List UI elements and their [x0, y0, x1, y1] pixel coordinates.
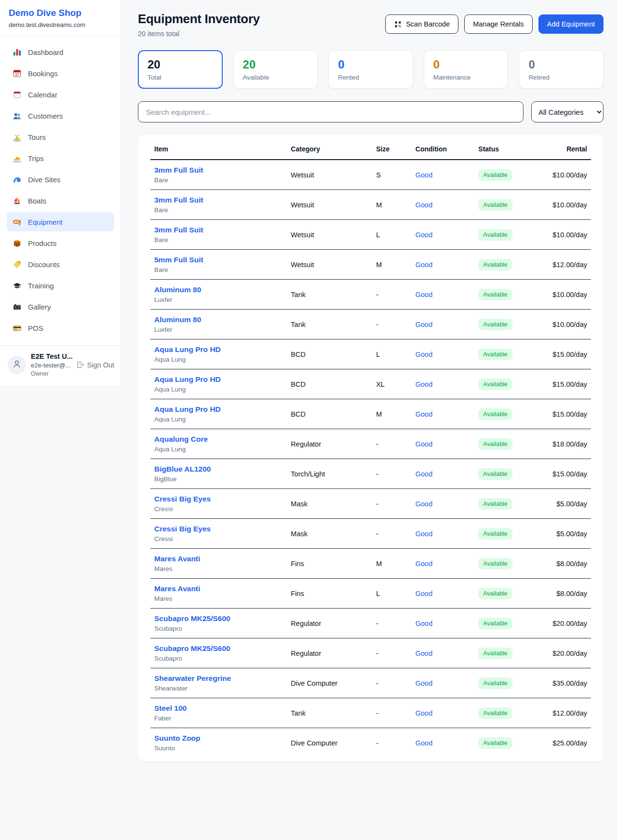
- item-name-link[interactable]: Aqua Lung Pro HD: [154, 405, 283, 414]
- size-cell: -: [372, 609, 412, 638]
- condition-link[interactable]: Good: [416, 440, 432, 448]
- stat-card-retired[interactable]: 0Retired: [519, 50, 604, 89]
- item-name-link[interactable]: 3mm Full Suit: [154, 226, 283, 234]
- sidebar-item-bookings[interactable]: 17Bookings: [7, 64, 114, 83]
- sidebar-item-tours[interactable]: Tours: [7, 127, 114, 147]
- table-row: Shearwater PeregrineShearwaterDive Compu…: [150, 668, 591, 698]
- item-name-link[interactable]: Aqua Lung Pro HD: [154, 345, 283, 354]
- table-row: Aqualung CoreAqua LungRegulator-GoodAvai…: [150, 429, 591, 459]
- item-name-link[interactable]: Cressi Big Eyes: [154, 495, 283, 503]
- category-cell: Dive Computer: [287, 668, 372, 698]
- rental-cell: $35.00/day: [549, 668, 591, 698]
- status-badge: Available: [478, 588, 512, 599]
- search-input[interactable]: [138, 101, 523, 122]
- scan-barcode-button[interactable]: Scan Barcode: [385, 14, 458, 34]
- sidebar-item-dive-sites[interactable]: Dive Sites: [7, 170, 114, 189]
- item-name-link[interactable]: Mares Avanti: [154, 555, 283, 563]
- item-name-link[interactable]: 5mm Full Suit: [154, 256, 283, 264]
- sidebar-item-products[interactable]: Products: [7, 233, 114, 253]
- condition-link[interactable]: Good: [416, 679, 432, 687]
- condition-link[interactable]: Good: [416, 590, 432, 597]
- status-badge: Available: [478, 677, 512, 689]
- avatar: [8, 356, 26, 374]
- header-actions: Scan Barcode Manage Rentals Add Equipmen…: [385, 12, 604, 34]
- condition-link[interactable]: Good: [416, 739, 432, 747]
- rental-cell: $5.00/day: [549, 519, 591, 549]
- category-select[interactable]: All Categories: [531, 101, 604, 122]
- condition-link[interactable]: Good: [416, 709, 432, 717]
- shop-name[interactable]: Demo Dive Shop: [9, 8, 112, 18]
- sidebar-item-training[interactable]: Training: [7, 276, 114, 295]
- sidebar-item-calendar[interactable]: Calendar: [7, 85, 114, 104]
- item-name-link[interactable]: Steel 100: [154, 704, 283, 713]
- item-name-link[interactable]: BigBlue AL1200: [154, 465, 283, 474]
- condition-link[interactable]: Good: [416, 500, 432, 508]
- sidebar-item-label: Trips: [28, 154, 44, 163]
- size-cell: -: [372, 489, 412, 519]
- condition-link[interactable]: Good: [416, 171, 432, 179]
- item-name-link[interactable]: 3mm Full Suit: [154, 166, 283, 175]
- item-name-link[interactable]: Shearwater Peregrine: [154, 674, 283, 683]
- manage-rentals-button[interactable]: Manage Rentals: [464, 14, 533, 34]
- item-name-link[interactable]: Aqualung Core: [154, 435, 283, 444]
- condition-link[interactable]: Good: [416, 620, 432, 627]
- status-badge: Available: [478, 408, 512, 420]
- rental-cell: $15.00/day: [549, 369, 591, 399]
- condition-link[interactable]: Good: [416, 321, 432, 328]
- condition-link[interactable]: Good: [416, 201, 432, 209]
- add-equipment-button[interactable]: Add Equipment: [538, 14, 604, 34]
- stat-card-available[interactable]: 20Available: [233, 50, 318, 89]
- category-cell: Regulator: [287, 609, 372, 638]
- status-cell: Available: [474, 160, 549, 190]
- item-name-link[interactable]: Mares Avanti: [154, 584, 283, 593]
- condition-link[interactable]: Good: [416, 530, 432, 538]
- status-cell: Available: [474, 609, 549, 638]
- item-cell: Aluminum 80Luxfer: [150, 310, 287, 339]
- rental-cell: $10.00/day: [549, 190, 591, 220]
- sidebar-item-gallery[interactable]: Gallery: [7, 297, 114, 316]
- condition-link[interactable]: Good: [416, 380, 432, 388]
- item-name-link[interactable]: Scubapro MK25/S600: [154, 614, 283, 623]
- condition-link[interactable]: Good: [416, 560, 432, 568]
- status-cell: Available: [474, 310, 549, 339]
- sidebar-item-discounts[interactable]: Discounts: [7, 255, 114, 274]
- condition-link[interactable]: Good: [416, 410, 432, 418]
- table-row: Scubapro MK25/S600ScubaproRegulator-Good…: [150, 638, 591, 668]
- sidebar-item-pos[interactable]: POS: [7, 318, 114, 338]
- stat-card-rented[interactable]: 0Rented: [328, 50, 413, 89]
- stat-card-maintenance[interactable]: 0Maintenance: [424, 50, 509, 89]
- sidebar-item-boats[interactable]: Boats: [7, 191, 114, 210]
- sidebar-item-equipment[interactable]: Equipment: [7, 212, 114, 231]
- item-name-link[interactable]: Scubapro MK25/S600: [154, 644, 283, 653]
- condition-link[interactable]: Good: [416, 231, 432, 239]
- item-brand: Aqua Lung: [154, 356, 283, 363]
- user-section: E2E Test U... e2e-tester@... Owner Sign …: [0, 345, 121, 387]
- rental-cell: $8.00/day: [549, 579, 591, 609]
- status-badge: Available: [478, 319, 512, 330]
- item-brand: Aqua Lung: [154, 386, 283, 393]
- condition-link[interactable]: Good: [416, 261, 432, 269]
- bookings-icon: 17: [13, 69, 22, 78]
- gallery-icon: [13, 302, 22, 312]
- condition-link[interactable]: Good: [416, 470, 432, 478]
- rental-cell: $20.00/day: [549, 638, 591, 668]
- condition-cell: Good: [412, 459, 475, 489]
- item-name-link[interactable]: Aluminum 80: [154, 315, 283, 324]
- size-cell: -: [372, 638, 412, 668]
- sidebar-item-customers[interactable]: Customers: [7, 106, 114, 125]
- item-name-link[interactable]: Suunto Zoop: [154, 734, 283, 743]
- sign-out-button[interactable]: Sign Out: [76, 361, 114, 369]
- stat-card-total[interactable]: 20Total: [138, 50, 223, 89]
- condition-link[interactable]: Good: [416, 291, 432, 298]
- item-cell: Aqua Lung Pro HDAqua Lung: [150, 369, 287, 399]
- condition-cell: Good: [412, 339, 475, 369]
- pos-icon: [13, 324, 22, 333]
- item-name-link[interactable]: Aluminum 80: [154, 285, 283, 294]
- item-name-link[interactable]: Aqua Lung Pro HD: [154, 375, 283, 384]
- sidebar-item-dashboard[interactable]: Dashboard: [7, 42, 114, 62]
- condition-link[interactable]: Good: [416, 351, 432, 358]
- item-name-link[interactable]: Cressi Big Eyes: [154, 525, 283, 533]
- condition-link[interactable]: Good: [416, 650, 432, 657]
- item-name-link[interactable]: 3mm Full Suit: [154, 196, 283, 204]
- sidebar-item-trips[interactable]: Trips: [7, 149, 114, 168]
